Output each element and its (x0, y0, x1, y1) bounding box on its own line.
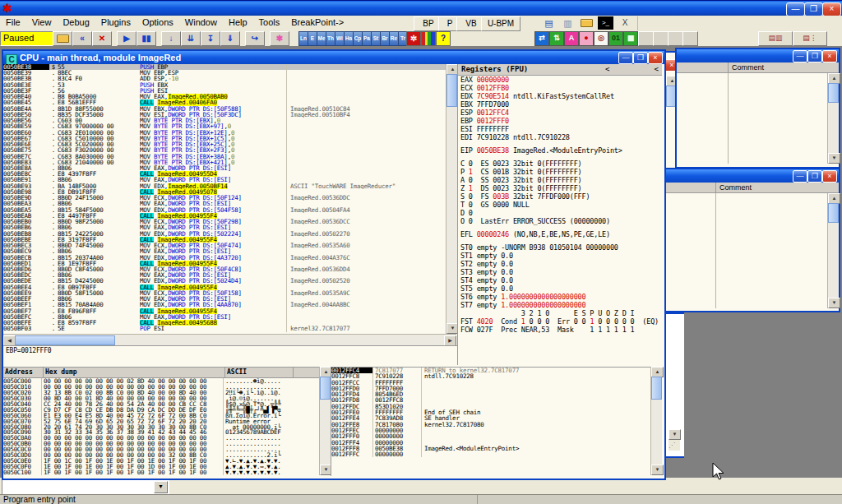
register-line[interactable]: ST4 empty 0.0 (458, 276, 662, 284)
disasm-row[interactable]: 0050BEE9.8B0D 58F15000MOV ECX,DWORD PTR … (3, 290, 446, 296)
rainbow-icon[interactable] (421, 31, 436, 46)
register-line[interactable]: P 1 CS 001B 32bit 0(FFFFFFFF) (458, 168, 662, 176)
source-icon[interactable]: ▥ (560, 16, 576, 30)
register-line[interactable]: Z 1 DS 0023 32bit 0(FFFFFFFF) (458, 184, 662, 192)
disasm-row[interactable]: 0050BE93.BA 14BF5000MOV EDX,ImageRed.005… (3, 183, 446, 189)
register-line[interactable]: A 0 SS 0023 32bit 0(FFFFFFFF) (458, 176, 662, 184)
register-line[interactable]: ST6 empty 1.0000000000000000000 (458, 293, 662, 301)
layout-b-button[interactable]: ▤⋮ (793, 31, 827, 46)
comment-top-body[interactable]: ▲ ▼ (677, 73, 839, 164)
register-line[interactable]: FCW 027F Prec NEAR,53 Mask 1 1 1 1 1 1 (458, 326, 662, 334)
disasm-row[interactable]: 0050BEC3.8B0D 74F45000MOV ECX,DWORD PTR … (3, 243, 446, 248)
comment-top-maximize-button[interactable]: ❐ (807, 50, 822, 62)
disasm-row[interactable]: 0050BE91.8B06MOV EAX,DWORD PTR DS:[ESI] (3, 177, 446, 183)
disassembly-pane[interactable]: 0050BE38$55PUSH EBP0050BE39.8BECMOV EBP,… (3, 64, 446, 334)
step-into-button[interactable]: ↓ (161, 31, 181, 46)
register-line[interactable]: EIP 0050BE38 ImageRed.<ModuleEntryPoint> (458, 146, 662, 155)
command-combobox[interactable]: ▼ (2, 479, 169, 495)
info-pane[interactable]: EBP=0012FFF0 (3, 345, 459, 367)
cpu-minimize-button[interactable]: — (618, 52, 633, 64)
register-line[interactable]: ST5 empty 0.0 (458, 284, 662, 293)
run-button[interactable]: ▶ (117, 31, 136, 46)
folder-icon[interactable] (579, 16, 594, 30)
disasm-row[interactable]: 0050BE59.C683 97000000 00MOV BYTE PTR DS… (3, 123, 446, 129)
stack-scrollbar[interactable]: ▲ ▼ (650, 367, 662, 475)
comment-top-scrollbar[interactable]: ▲ ▼ (827, 73, 839, 164)
disasm-row[interactable]: 0050BE98.E8 DB91F8FFCALL ImageRed.004950… (3, 189, 446, 195)
register-line[interactable]: T 0 GS 0000 NULL (458, 201, 662, 209)
disasm-row[interactable]: 0050BF03.5EPOP ESIkernel32.7C817077 (3, 326, 446, 331)
record-icon[interactable]: ● (579, 31, 594, 46)
register-line[interactable]: 3 2 1 0 E S P U O Z D I (458, 309, 662, 317)
disasm-row[interactable]: 0050BEF1.8B15 70A84A00MOV EDX,DWORD PTR … (3, 302, 446, 307)
disasm-row[interactable]: 0050BE3B.83C4 F0ADD ESP,-10 (3, 76, 446, 81)
window-titlebar[interactable]: ✱ — ❐ × (0, 0, 842, 16)
menu-item-tools[interactable]: Tools (253, 16, 286, 31)
cpu-window-titlebar[interactable]: CCPU - main thread, module ImageRed — ❐ … (3, 51, 664, 64)
comment-window-middle-titlebar[interactable]: — ❐ × (664, 169, 839, 183)
register-line[interactable]: ST1 empty 0.0 (458, 252, 662, 260)
disasm-vscrollbar[interactable]: ▲ ▼ (446, 64, 457, 334)
disasm-row[interactable]: 0050BE56.C603 00MOV BYTE PTR DS:[EBX],0 (3, 118, 446, 123)
trace-over-button[interactable]: ⇓ (220, 31, 240, 46)
register-line[interactable]: EAX 00000000 (458, 76, 662, 84)
register-line[interactable]: ECX 0012FFB0 (458, 84, 662, 92)
comment-window-top-titlebar[interactable]: — ❐ × (677, 49, 839, 62)
disasm-row[interactable]: 0050BE6E.C683 5C020000 00MOV BYTE PTR DS… (3, 141, 446, 147)
menu-button-u-bpm[interactable]: U-BPM (481, 16, 520, 31)
disasm-row[interactable]: 0050BE8C.E8 4397F8FFCALL ImageRed.004955… (3, 171, 446, 177)
menu-item-debug[interactable]: Debug (57, 16, 95, 31)
menu-item-options[interactable]: Options (136, 16, 179, 31)
disasm-row[interactable]: 0050BE3F.56PUSH ESI (3, 88, 446, 94)
comment-middle-close-button[interactable]: × (822, 170, 837, 183)
menu-item-plugins[interactable]: Plugins (95, 16, 136, 31)
menu-item-window[interactable]: Window (179, 16, 223, 31)
disasm-row[interactable]: 0050BEF7.E8 F896F8FFCALL ImageRed.004955… (3, 308, 446, 314)
disasm-row[interactable]: 0050BE40.B8 B0BA5000MOV EAX,ImageRed.005… (3, 94, 446, 99)
console-icon[interactable]: >_ (598, 16, 613, 30)
open-button[interactable] (53, 31, 72, 46)
menu-item-view[interactable]: View (26, 16, 58, 31)
binary-icon[interactable]: 01 (608, 31, 623, 46)
disasm-row[interactable]: 0050BE45.E8 56B1EFFFCALL ImageRed.00406F… (3, 99, 446, 105)
disasm-hscrollbar[interactable]: ◀ ▶ (3, 334, 456, 345)
blank-button[interactable] (638, 31, 654, 46)
letter-a-icon[interactable]: A (564, 31, 579, 46)
disasm-row[interactable]: 0050BEB0.8B0D 98F25000MOV ECX,DWORD PTR … (3, 219, 446, 224)
disasm-row[interactable]: 0050BE50.8B35 DCF35000MOV ESI,DWORD PTR … (3, 112, 446, 118)
disasm-row[interactable]: 0050BEDE.8B15 D4245000MOV EDX,DWORD PTR … (3, 278, 446, 284)
disasm-row[interactable]: 0050BE9D.8B0D 24F15000MOV ECX,DWORD PTR … (3, 195, 446, 201)
dump-pane[interactable]: AddressHex dumpASCII 0050C00000 00 00 00… (3, 367, 319, 476)
disasm-row[interactable]: 0050BE83.C683 21040000 00MOV BYTE PTR DS… (3, 160, 446, 165)
splat-button[interactable]: ✱ (270, 31, 289, 46)
layout-a-button[interactable]: ▤▥ (758, 31, 793, 46)
register-line[interactable]: EBX 7FFD7000 (458, 100, 662, 109)
swap-icon[interactable]: ⇄ (534, 31, 549, 46)
disasm-row[interactable]: 0050BEE4.E8 0B97F8FFCALL ImageRed.004955… (3, 284, 446, 290)
registers-pane[interactable]: Registers (FPU)< < EAX 00000000ECX 0012F… (457, 64, 662, 365)
register-line[interactable]: ST3 empty 0.0 (458, 268, 662, 276)
partial-window-scroll-down[interactable]: ▼ (669, 429, 681, 440)
register-line[interactable]: EFL 00000246 (NO,NB,E,BE,NS,PE,GE,LE) (458, 230, 662, 238)
disasm-row[interactable]: 0050BE8A.8B06MOV EAX,DWORD PTR DS:[ESI] (3, 165, 446, 171)
comment-middle-maximize-button[interactable]: ❐ (807, 170, 822, 183)
disasm-row[interactable]: 0050BED1.E8 1E97F8FFCALL ImageRed.004955… (3, 261, 446, 266)
spiral-icon[interactable]: ◎ (594, 31, 608, 46)
register-line[interactable]: D 0 (458, 209, 662, 217)
blank-button[interactable] (653, 31, 669, 46)
disasm-row[interactable]: 0050BE39.8BECMOV EBP,ESP (3, 70, 446, 76)
disasm-row[interactable]: 0050BEEF.8B06MOV EAX,DWORD PTR DS:[ESI] (3, 296, 446, 302)
blank-button[interactable] (682, 31, 698, 46)
disasm-row[interactable]: 0050BE75.C683 F3020000 00MOV BYTE PTR DS… (3, 147, 446, 153)
comment-middle-body[interactable]: ▲ ▼ (664, 193, 839, 308)
disasm-row[interactable]: 0050BEB8.8B15 24225000MOV EDX,DWORD PTR … (3, 231, 446, 237)
stack-row[interactable]: 0012FFFC00000000 (331, 451, 651, 457)
registers-header[interactable]: Registers (FPU)< < (458, 64, 662, 76)
toolbar-close-icon[interactable]: X (618, 17, 632, 29)
menu-item-breakpoint[interactable]: BreakPoint-> (285, 16, 349, 31)
disasm-row[interactable]: 0050BECB.8B15 20374A00MOV EDX,DWORD PTR … (3, 255, 446, 261)
trace-into-button[interactable]: ↧ (201, 31, 220, 46)
disasm-row[interactable]: 0050BEDC.8B06MOV EAX,DWORD PTR DS:[ESI] (3, 272, 446, 278)
disasm-row[interactable]: 0050BEA5.8B15 584F5000MOV EDX,DWORD PTR … (3, 207, 446, 213)
notes-icon[interactable]: ▤ (541, 16, 557, 30)
